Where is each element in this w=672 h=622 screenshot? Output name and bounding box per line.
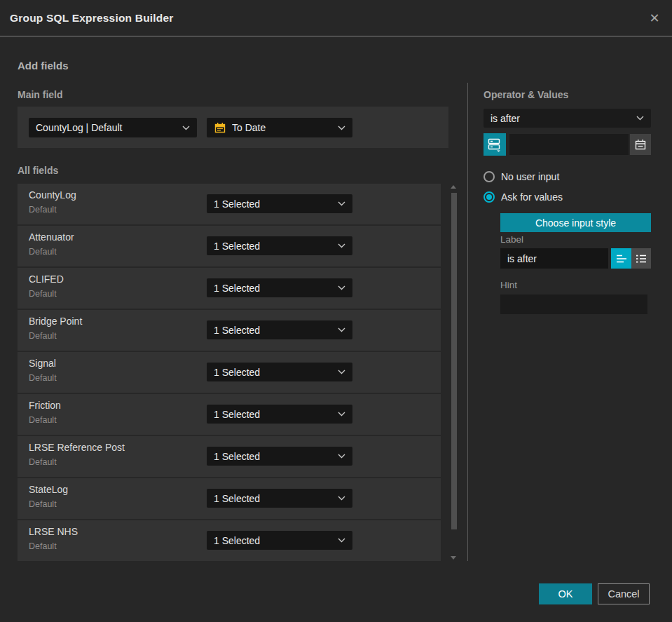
- chevron-down-icon: [338, 538, 345, 543]
- field-selection-dropdown[interactable]: 1 Selected: [207, 447, 352, 466]
- field-row: Friction Default 1 Selected: [18, 394, 441, 435]
- field-selection-dropdown[interactable]: 1 Selected: [207, 405, 352, 424]
- chevron-down-icon: [338, 201, 345, 206]
- value-input[interactable]: [509, 134, 629, 155]
- main-field-select-value: CountyLog | Default: [36, 122, 178, 133]
- field-subtitle: Default: [29, 373, 57, 383]
- scroll-up-arrow-icon[interactable]: [451, 185, 456, 189]
- field-selection-dropdown[interactable]: 1 Selected: [207, 489, 352, 508]
- field-name: Signal: [29, 358, 56, 369]
- chevron-down-icon: [338, 454, 345, 459]
- chevron-down-icon: [182, 126, 190, 130]
- calendar-icon: [634, 138, 647, 151]
- radio-unselected-icon: [484, 171, 495, 182]
- main-field-select[interactable]: CountyLog | Default: [29, 118, 197, 137]
- field-selection-dropdown[interactable]: 1 Selected: [207, 363, 352, 381]
- field-subtitle: Default: [29, 205, 57, 215]
- chevron-down-icon: [338, 370, 345, 374]
- operator-values-label: Operator & Values: [484, 89, 568, 100]
- field-row: Signal Default 1 Selected: [18, 352, 441, 393]
- operator-select[interactable]: is after: [484, 109, 651, 128]
- field-subtitle: Default: [29, 289, 57, 299]
- field-selection-dropdown[interactable]: 1 Selected: [207, 236, 352, 255]
- ok-button[interactable]: OK: [539, 583, 592, 604]
- field-row: Attenuator Default 1 Selected: [18, 226, 441, 266]
- cancel-button[interactable]: Cancel: [598, 583, 650, 604]
- align-left-icon: [615, 252, 629, 266]
- label-input[interactable]: [500, 248, 608, 269]
- stacked-values-icon: [487, 137, 502, 152]
- main-field-date-value: To Date: [232, 122, 334, 133]
- calendar-icon: [214, 121, 226, 134]
- field-name: LRSE Reference Post: [29, 442, 125, 453]
- all-fields-list: CountyLog Default 1 Selected Attenuator …: [18, 184, 441, 562]
- operator-values-panel: Operator & Values is after: [484, 0, 651, 622]
- field-subtitle: Default: [29, 331, 57, 341]
- field-selection-dropdown[interactable]: 1 Selected: [207, 320, 352, 339]
- chevron-down-icon: [338, 412, 345, 417]
- chevron-down-icon: [636, 116, 644, 121]
- field-name: Friction: [29, 400, 61, 411]
- field-row: LRSE Reference Post Default 1 Selected: [18, 436, 441, 477]
- list-scrollbar[interactable]: [451, 184, 457, 561]
- no-user-input-radio[interactable]: No user input: [484, 171, 559, 182]
- text-input-style-button[interactable]: [611, 248, 631, 269]
- hint-input[interactable]: [500, 295, 647, 314]
- main-field-label: Main field: [18, 89, 63, 100]
- field-subtitle: Default: [29, 415, 57, 425]
- field-subtitle: Default: [29, 247, 57, 257]
- field-selection-dropdown[interactable]: 1 Selected: [207, 194, 352, 213]
- field-subtitle: Default: [29, 541, 57, 551]
- chevron-down-icon: [338, 496, 345, 501]
- no-user-input-label: No user input: [501, 171, 559, 182]
- list-input-style-button[interactable]: [631, 248, 651, 269]
- field-selection-dropdown[interactable]: 1 Selected: [207, 278, 352, 297]
- field-name: Bridge Point: [29, 316, 82, 327]
- operator-select-value: is after: [491, 113, 632, 124]
- field-name: LRSE NHS: [29, 526, 78, 537]
- main-field-panel: CountyLog | Default To Date: [18, 107, 448, 148]
- field-selection-dropdown[interactable]: 1 Selected: [207, 531, 352, 550]
- field-name: CountyLog: [29, 189, 76, 201]
- chevron-down-icon: [338, 243, 345, 248]
- field-name: StateLog: [29, 484, 68, 495]
- add-fields-heading: Add fields: [18, 60, 69, 72]
- hint-caption: Hint: [500, 280, 517, 290]
- date-picker-button[interactable]: [630, 134, 651, 155]
- field-name: Attenuator: [29, 231, 74, 243]
- label-caption: Label: [500, 234, 523, 245]
- field-row: CountyLog Default 1 Selected: [18, 184, 441, 224]
- field-row: CLIFED Default 1 Selected: [18, 268, 441, 309]
- chevron-down-icon: [338, 327, 345, 332]
- scroll-down-arrow-icon[interactable]: [451, 556, 456, 560]
- chevron-down-icon: [338, 126, 345, 130]
- radio-selected-icon: [484, 191, 495, 203]
- group-sql-expression-builder-dialog: Group SQL Expression Builder ✕ Add field…: [0, 0, 672, 622]
- field-row: Bridge Point Default 1 Selected: [18, 310, 441, 351]
- ask-for-values-radio[interactable]: Ask for values: [484, 191, 563, 203]
- field-name: CLIFED: [29, 273, 64, 285]
- field-row: StateLog Default 1 Selected: [18, 478, 441, 519]
- ask-for-values-label: Ask for values: [501, 191, 563, 203]
- field-subtitle: Default: [29, 499, 57, 509]
- main-field-date-select[interactable]: To Date: [207, 118, 352, 137]
- chevron-down-icon: [338, 285, 345, 290]
- field-row: LRSE NHS Default 1 Selected: [18, 520, 441, 561]
- value-source-button[interactable]: [484, 133, 506, 156]
- choose-input-style-button[interactable]: Choose input style: [500, 213, 651, 232]
- panel-divider: [467, 83, 468, 561]
- list-icon: [634, 252, 648, 266]
- dialog-title: Group SQL Expression Builder: [10, 0, 174, 36]
- all-fields-label: All fields: [18, 165, 58, 176]
- field-subtitle: Default: [29, 457, 57, 467]
- scrollbar-thumb[interactable]: [451, 193, 457, 529]
